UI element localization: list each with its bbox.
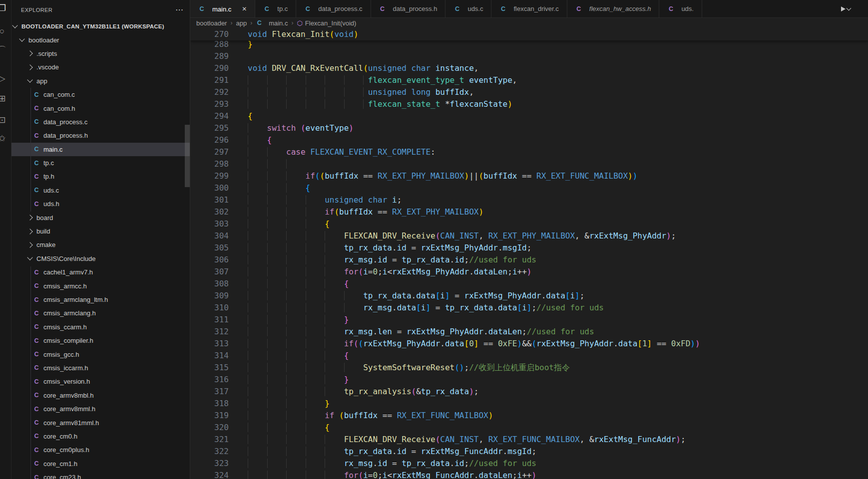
sidebar-item-cmsis-ccarm-h[interactable]: Ccmsis_ccarm.h [11,320,190,334]
sidebar-item-can-com-c[interactable]: Ccan_com.c [11,88,190,101]
code-line[interactable]: 299 if((buffIdx == RX_EXT_PHY_MAILBOX)||… [190,170,868,182]
tab-uds[interactable]: Cuds. [659,0,702,17]
sidebar-item-tp-c[interactable]: Ctp.c [11,156,190,170]
tab-main-c[interactable]: Cmain.c✕ [190,0,255,18]
sidebar-item-data-process-c[interactable]: Cdata_process.c [11,115,190,129]
code-line[interactable]: 294{ [190,110,868,122]
code-line[interactable]: 313 if((rxExtMsg_PhyAddr.data[0] == 0xFE… [190,338,868,350]
code-line[interactable]: 302 if(buffIdx == RX_EXT_PHY_MAILBOX) [190,206,868,218]
sidebar-item-cmsis-armclang-h[interactable]: Ccmsis_armclang.h [11,306,190,320]
code-line[interactable]: 290void DRV_CAN_RxEventCall(unsigned cha… [190,62,868,74]
code-line[interactable]: 297 case FLEXCAN_EVENT_RX_COMPLETE: [190,146,868,158]
code-line[interactable]: 312 rx_msg.len = rxExtMsg_PhyAddr.dataLe… [190,326,868,338]
tab-flexcan-hw-access-h[interactable]: Cflexcan_hw_access.h [567,0,660,17]
sidebar-item-data-process-h[interactable]: Cdata_process.h [11,129,190,142]
code-line[interactable]: 300 { [190,182,868,194]
sidebar-item-can-com-h[interactable]: Ccan_com.h [11,101,190,115]
code-line[interactable]: 321 FLEXCAN_DRV_Receive(CAN_INST, RX_EXT… [190,434,868,446]
sidebar-item-uds-h[interactable]: Cuds.h [11,197,190,211]
sidebar-item-cachel1-armv7-h[interactable]: Ccachel1_armv7.h [11,265,190,279]
code-line[interactable]: 308 { [190,278,868,290]
code-line[interactable]: 270void Flexcan_Init(void) [190,28,359,40]
sidebar-item-main-c[interactable]: Cmain.c [11,143,190,156]
run-debug-icon[interactable]: ▷ [0,73,8,85]
sidebar-item-core-armv8mbl-h[interactable]: Ccore_armv8mbl.h [11,389,190,402]
sidebar-folder-cmsis-core-include[interactable]: CMSIS\Core\Include [11,252,190,265]
code-line[interactable]: 289 [190,50,868,62]
breadcrumb-item-flexcan-init-void[interactable]: ⬡Flexcan_Init(void) [297,19,356,27]
code-line[interactable]: 320 { [190,422,868,434]
indent-guides [248,159,306,169]
code-line[interactable]: 291 flexcan_event_type_t eventType, [190,74,868,86]
sidebar-item-cmsis-compiler-h[interactable]: Ccmsis_compiler.h [11,334,190,347]
code-line[interactable]: 311 } [190,314,868,326]
sidebar-folder-bootloader[interactable]: bootloader [11,33,190,46]
code-line[interactable]: 310 rx_msg.data[i] = tp_rx_data.data[i];… [190,302,868,314]
code-line[interactable]: 307 for(i=0;i<rxExtMsg_PhyAddr.dataLen;i… [190,266,868,278]
bookmark-icon[interactable]: ✩ [0,133,8,145]
breadcrumb-item-bootloader[interactable]: bootloader [196,19,227,27]
code-line[interactable]: 322 tp_rx_data.id = rxExtMsg_FuncAddr.ms… [190,446,868,458]
sidebar-item-core-cm23-h[interactable]: Ccore_cm23.h [11,471,190,479]
sidebar-item-core-armv8mml-h[interactable]: Ccore_armv8mml.h [11,402,190,416]
workspace-root[interactable]: BOOTLOADER_CAN_YTM32B1LE1 (WORKSPACE) [11,19,190,33]
code-line[interactable]: 293 flexcan_state_t *flexcanState) [190,98,868,110]
code-line[interactable]: 303 { [190,218,868,230]
more-actions-icon[interactable]: ⋯ [175,5,184,14]
sidebar-folder-build[interactable]: build [11,225,190,238]
code-line[interactable]: 301 unsigned char i; [190,194,868,206]
tab-data-process-h[interactable]: Cdata_process.h [371,0,446,17]
chevron-down-icon[interactable] [847,5,852,10]
code-line[interactable]: 298 [190,158,868,170]
code-line[interactable]: 316 } [190,374,868,386]
close-icon[interactable]: ✕ [242,5,247,12]
code-line[interactable]: 305 tp_rx_data.id = rxExtMsg_PhyAddr.msg… [190,242,868,254]
code-token: 0 [373,471,378,479]
code-line[interactable]: 306 rx_msg.id = tp_rx_data.id;//used for… [190,254,868,266]
sidebar-item-cmsis-armclang-ltm-h[interactable]: Ccmsis_armclang_ltm.h [11,293,190,306]
sidebar-folder-board[interactable]: board [11,211,190,224]
tab-flexcan-driver-c[interactable]: Cflexcan_driver.c [491,0,567,17]
sidebar-folder-app[interactable]: app [11,74,190,88]
code-line[interactable]: 324 for(i=0;i<rxExtMsg_FuncAddr.dataLen;… [190,470,868,479]
sidebar-item-core-cm0-h[interactable]: Ccore_cm0.h [11,430,190,443]
sidebar-item-cmsis-armcc-h[interactable]: Ccmsis_armcc.h [11,279,190,292]
code-line[interactable]: 317 tp_rx_analysis(&tp_rx_data); [190,386,868,398]
code-line[interactable]: 318 } [190,398,868,410]
sidebar-item-cmsis-gcc-h[interactable]: Ccmsis_gcc.h [11,347,190,361]
remote-window-icon[interactable]: ⊡ [0,114,8,126]
run-or-debug-icon[interactable] [841,6,846,11]
code-line[interactable]: 323 rx_msg.id = tp_rx_data.id;//used for… [190,458,868,470]
sidebar-item-core-cm0plus-h[interactable]: Ccore_cm0plus.h [11,443,190,457]
source-control-icon[interactable]: ⌒ [0,44,8,56]
sidebar-folder-vscode[interactable]: .vscode [11,60,190,74]
breadcrumb-item-main-c[interactable]: Cmain.c [256,19,288,27]
sidebar-item-core-armv81mml-h[interactable]: Ccore_armv81mml.h [11,416,190,429]
extensions-icon[interactable]: ⊞ [0,93,8,105]
sidebar-item-uds-c[interactable]: Cuds.c [11,184,190,197]
tab-data-process-c[interactable]: Cdata_process.c [296,0,371,17]
code-line[interactable]: 319 if (buffIdx == RX_EXT_FUNC_MAILBOX) [190,410,868,422]
sidebar-folder-scripts[interactable]: .scripts [11,47,190,60]
code-line[interactable]: 292 unsigned long buffIdx, [190,86,868,98]
sticky-scroll-line[interactable]: 270void Flexcan_Init(void) [190,28,868,40]
code-line[interactable]: 315 SystemSoftwareReset();//收到上位机重启boot指… [190,362,868,374]
breadcrumb-item-app[interactable]: app [236,19,247,27]
code-line[interactable]: 295 switch (eventType) [190,122,868,134]
files-icon[interactable]: ❐ [0,2,8,14]
tab-uds-c[interactable]: Cuds.c [445,0,491,17]
code-token: data [416,291,435,300]
code-line[interactable]: 309 tp_rx_data.data[i] = rxExtMsg_PhyAdd… [190,290,868,302]
code-line[interactable]: 304 FLEXCAN_DRV_Receive(CAN_INST, RX_EXT… [190,230,868,242]
sidebar-item-tp-h[interactable]: Ctp.h [11,170,190,183]
sidebar-item-cmsis-iccarm-h[interactable]: Ccmsis_iccarm.h [11,361,190,375]
sidebar-scrollbar[interactable] [185,125,190,187]
code-line[interactable]: 314 { [190,350,868,362]
sidebar-folder-cmake[interactable]: cmake [11,238,190,251]
sidebar-item-core-cm1-h[interactable]: Ccore_cm1.h [11,457,190,471]
sidebar-item-cmsis-version-h[interactable]: Ccmsis_version.h [11,375,190,388]
tab-tp-c[interactable]: Ctp.c [255,0,296,17]
code-editor[interactable]: 288}289290void DRV_CAN_RxEventCall(unsig… [190,38,868,479]
search-icon[interactable]: ○ [0,25,8,37]
code-line[interactable]: 296 { [190,134,868,146]
